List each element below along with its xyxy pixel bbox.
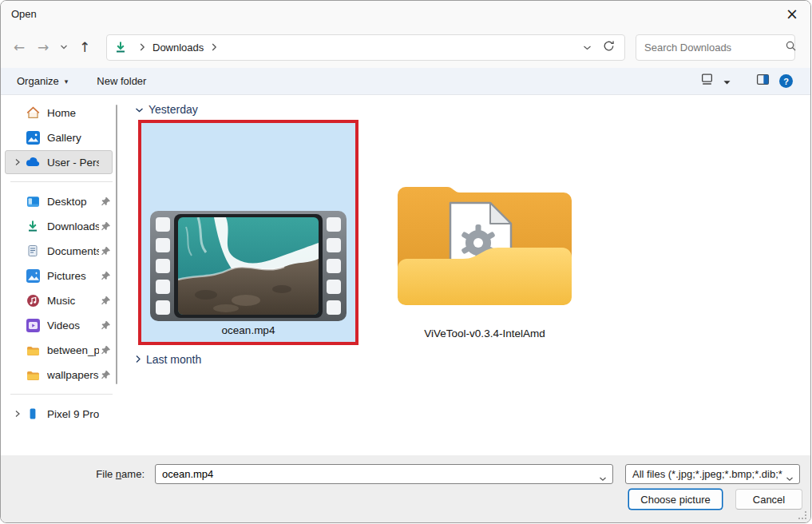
- history-chevron-down-icon[interactable]: [55, 44, 73, 50]
- refresh-icon[interactable]: [603, 40, 615, 55]
- address-dropdown-chevron-icon[interactable]: [583, 40, 592, 54]
- chevron-down-icon[interactable]: [599, 471, 607, 486]
- sidebar-item-wallpapers[interactable]: wallpapers: [5, 363, 113, 387]
- sidebar-scrollbar[interactable]: [116, 105, 117, 384]
- breadcrumb-chevron-icon[interactable]: [139, 43, 145, 51]
- title-bar: Open ×: [1, 1, 810, 26]
- music-icon: [26, 293, 40, 308]
- pin-icon: [99, 221, 112, 232]
- window-title: Open: [1, 8, 37, 20]
- file-name-combobox[interactable]: [155, 464, 613, 484]
- folder-with-gear-document-icon: [394, 169, 575, 313]
- organize-caret-icon: ▾: [65, 77, 69, 85]
- pin-icon: [99, 271, 112, 281]
- view-mode-icon[interactable]: [700, 73, 714, 89]
- sidebar-item-gallery[interactable]: Gallery: [5, 125, 113, 149]
- search-icon: [785, 40, 797, 55]
- file-tile-ocean-mp4[interactable]: ocean.mp4: [138, 120, 358, 345]
- documents-icon: [26, 244, 40, 258]
- file-type-value: All files (*.jpg;*.jpeg;*.bmp;*.dib;*.pn…: [626, 468, 782, 480]
- group-header-yesterday[interactable]: Yesterday: [135, 103, 198, 116]
- downloads-location-icon: [113, 40, 128, 54]
- navigation-bar: ← → ↑ Downloads: [1, 26, 810, 68]
- dialog-body: Home Gallery User - Personal: [1, 95, 810, 455]
- folder-icon: [26, 343, 40, 357]
- chevron-down-icon: [135, 103, 144, 116]
- sidebar-item-downloads[interactable]: Downloads: [5, 214, 113, 238]
- pin-icon: [99, 345, 112, 355]
- expand-chevron-icon[interactable]: [10, 410, 26, 418]
- search-input[interactable]: [644, 42, 785, 54]
- command-bar: Organize ▾ New folder ?: [1, 68, 810, 95]
- organize-button[interactable]: Organize ▾: [17, 75, 68, 87]
- expand-chevron-icon[interactable]: [10, 158, 26, 166]
- videos-icon: [26, 318, 40, 332]
- sidebar-item-user-personal[interactable]: User - Personal: [5, 150, 113, 174]
- sidebar-divider: [10, 181, 113, 182]
- folder-icon: [26, 367, 40, 382]
- desktop-icon: [26, 194, 40, 208]
- pin-icon: [99, 296, 112, 306]
- open-dialog: Open × ← → ↑ Downloads: [0, 0, 811, 523]
- sidebar-item-pictures[interactable]: Pictures: [5, 264, 113, 288]
- downloads-icon: [26, 219, 40, 233]
- address-bar[interactable]: Downloads: [106, 34, 625, 61]
- file-name-label: ocean.mp4: [222, 321, 275, 342]
- sidebar-item-desktop[interactable]: Desktop: [5, 189, 113, 213]
- cancel-button[interactable]: Cancel: [735, 489, 802, 510]
- onedrive-icon: [26, 155, 40, 169]
- gallery-icon: [26, 130, 40, 145]
- file-name-label: ViVeTool-v0.3.4-IntelAmd: [424, 324, 545, 345]
- pictures-icon: [26, 268, 40, 283]
- back-icon[interactable]: ←: [7, 35, 31, 59]
- sidebar-item-home[interactable]: Home: [5, 101, 113, 125]
- pin-icon: [99, 196, 112, 207]
- sidebar-divider: [10, 394, 113, 395]
- pin-icon: [99, 320, 112, 331]
- file-name-input[interactable]: [156, 468, 587, 480]
- preview-pane-icon[interactable]: [756, 73, 770, 89]
- close-icon[interactable]: ×: [774, 1, 810, 26]
- file-name-label: File name:: [1, 468, 150, 480]
- video-filmstrip-thumbnail: [150, 211, 347, 321]
- navigation-sidebar: Home Gallery User - Personal: [1, 95, 130, 455]
- help-icon[interactable]: ?: [779, 74, 793, 88]
- forward-icon[interactable]: →: [31, 35, 55, 59]
- chevron-down-icon[interactable]: [786, 471, 794, 484]
- sidebar-item-between-pcs[interactable]: between_pcs: [5, 338, 113, 362]
- new-folder-button[interactable]: New folder: [97, 75, 146, 87]
- dialog-footer: File name: All files (*.jpg;*.jpeg;*.bmp…: [1, 455, 810, 522]
- pin-icon: [99, 370, 112, 380]
- pin-icon: [99, 246, 112, 256]
- file-tile-vivetool-folder[interactable]: ViVeTool-v0.3.4-IntelAmd: [374, 120, 595, 345]
- sidebar-item-documents[interactable]: Documents: [5, 239, 113, 263]
- view-mode-chevron-icon[interactable]: [723, 74, 731, 89]
- up-icon[interactable]: ↑: [73, 35, 97, 59]
- breadcrumb-location[interactable]: Downloads: [152, 42, 204, 54]
- file-list: Yesterday: [130, 95, 810, 455]
- phone-icon: [26, 407, 40, 421]
- home-icon: [26, 105, 40, 120]
- resize-grip[interactable]: [798, 511, 806, 519]
- sidebar-item-videos[interactable]: Videos: [5, 313, 113, 337]
- choose-picture-button[interactable]: Choose picture: [628, 489, 723, 510]
- file-type-select[interactable]: All files (*.jpg;*.jpeg;*.bmp;*.dib;*.pn…: [625, 464, 800, 484]
- sidebar-item-music[interactable]: Music: [5, 288, 113, 312]
- breadcrumb-chevron-icon[interactable]: [211, 43, 217, 51]
- search-box[interactable]: [636, 34, 795, 61]
- chevron-right-icon: [135, 353, 141, 366]
- sidebar-item-pixel-9-pro-xl[interactable]: Pixel 9 Pro XL: [5, 402, 113, 426]
- group-header-last-month[interactable]: Last month: [135, 353, 201, 366]
